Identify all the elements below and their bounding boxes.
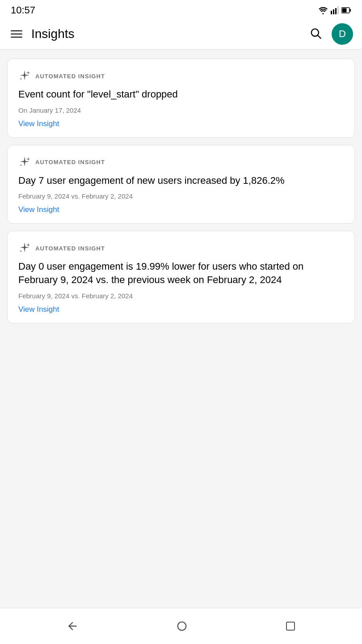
sparkle-icon [18, 156, 31, 169]
insight-card-3: AUTOMATED INSIGHT Day 0 user engagement … [7, 231, 355, 323]
status-bar: 10:57 [0, 0, 362, 19]
svg-rect-5 [342, 8, 347, 13]
svg-rect-10 [286, 622, 295, 630]
view-insight-button-1[interactable]: View Insight [18, 119, 59, 128]
status-time: 10:57 [11, 4, 35, 16]
insight-date-3: February 9, 2024 vs. February 2, 2024 [18, 292, 344, 300]
search-icon [309, 27, 322, 39]
recents-button[interactable] [282, 617, 299, 635]
home-button[interactable] [172, 616, 192, 636]
insight-card-2: AUTOMATED INSIGHT Day 7 user engagement … [7, 145, 355, 224]
home-icon [176, 620, 188, 632]
svg-point-9 [178, 622, 186, 631]
svg-line-8 [318, 35, 320, 38]
insight-card-1: AUTOMATED INSIGHT Event count for "level… [7, 59, 355, 138]
bottom-nav [0, 608, 362, 644]
insights-list: AUTOMATED INSIGHT Event count for "level… [0, 50, 362, 608]
recents-icon [285, 621, 296, 631]
insight-date-1: On January 17, 2024 [18, 106, 344, 114]
battery-icon [341, 6, 351, 14]
insight-type-label-2: AUTOMATED INSIGHT [35, 159, 105, 165]
search-button[interactable] [307, 24, 324, 44]
view-insight-button-2[interactable]: View Insight [18, 205, 59, 214]
insight-type-label-1: AUTOMATED INSIGHT [35, 73, 105, 80]
insight-title-3: Day 0 user engagement is 19.99% lower fo… [18, 260, 344, 286]
svg-rect-0 [331, 11, 332, 14]
back-icon [66, 620, 79, 632]
insight-header-1: AUTOMATED INSIGHT [18, 70, 344, 82]
insight-header-3: AUTOMATED INSIGHT [18, 242, 344, 254]
sparkle-icon [18, 242, 31, 254]
insight-header-2: AUTOMATED INSIGHT [18, 156, 344, 169]
insight-date-2: February 9, 2024 vs. February 2, 2024 [18, 192, 344, 200]
svg-rect-6 [350, 9, 351, 12]
page-title: Insights [31, 27, 299, 41]
insight-type-label-3: AUTOMATED INSIGHT [35, 245, 105, 252]
status-icons [318, 6, 351, 14]
svg-rect-2 [335, 8, 337, 14]
insight-title-2: Day 7 user engagement of new users incre… [18, 174, 344, 187]
insight-title-1: Event count for "level_start" dropped [18, 88, 344, 101]
back-button[interactable] [63, 616, 82, 636]
avatar[interactable]: D [332, 23, 353, 45]
view-insight-button-3[interactable]: View Insight [18, 305, 59, 314]
svg-rect-1 [333, 9, 334, 14]
svg-rect-3 [337, 6, 339, 14]
wifi-icon [318, 6, 328, 14]
app-bar: Insights D [0, 19, 362, 50]
sparkle-icon [18, 70, 31, 82]
menu-button[interactable] [9, 29, 24, 39]
signal-icon [331, 6, 339, 14]
